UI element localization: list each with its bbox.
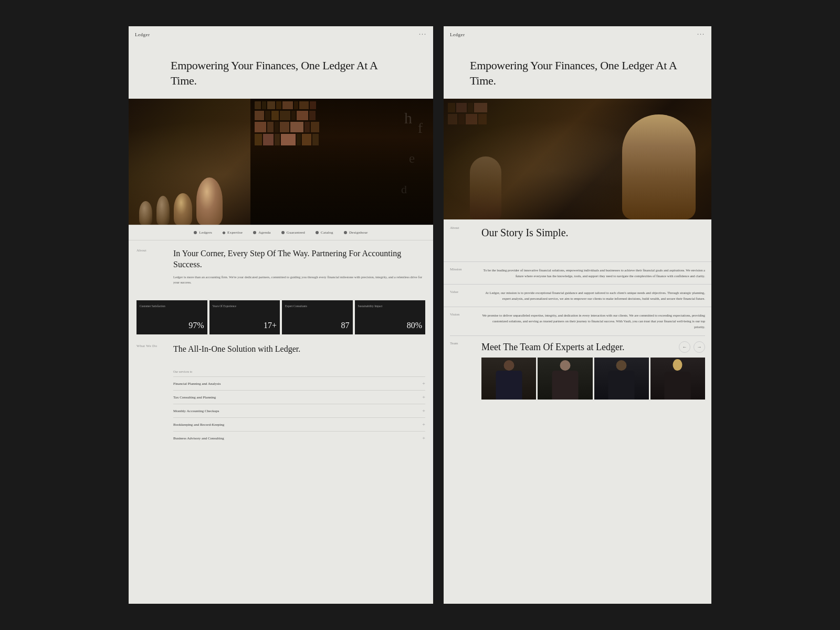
book-spine: [458, 114, 465, 124]
team-member-photo-2: [594, 358, 649, 400]
nav-ledgers-icon: [194, 231, 197, 234]
stat-consultants-label: Expert Consultants: [285, 304, 350, 308]
service-expand-0[interactable]: +: [422, 381, 425, 386]
nav-item-agenda[interactable]: Agenda: [253, 230, 271, 235]
value-text: At Ledger, our mission is to provide exc…: [481, 290, 705, 301]
book-spine: [280, 111, 290, 120]
book-spine: [255, 101, 261, 109]
left-menu-dots[interactable]: ···: [419, 30, 427, 38]
right-hero-title: Empowering Your Finances, One Ledger At …: [470, 58, 685, 88]
bust-small-2: [156, 196, 170, 225]
book-spine: [478, 114, 487, 124]
stat-card-experience: Years Of Experience 17+: [209, 300, 280, 334]
stats-grid: Customer Satisfaction 97% Years Of Exper…: [136, 300, 425, 334]
left-hero-text-area: Empowering Your Finances, One Ledger At …: [129, 43, 433, 99]
nav-item-expertise[interactable]: Expertise: [223, 230, 243, 235]
what-we-do-content: The All-In-One Solution with Ledger. Our…: [173, 344, 425, 445]
service-item-3[interactable]: Bookkeeping and Record-Keeping +: [173, 417, 425, 431]
book-row: [448, 114, 602, 124]
team-title: Meet The Team Of Experts at Ledger.: [481, 341, 624, 353]
nav-item-catalog[interactable]: Catalog: [316, 230, 333, 235]
vision-section: Vision We promise to deliver unparallele…: [444, 307, 711, 335]
book-spine: [275, 134, 280, 145]
service-expand-3[interactable]: +: [422, 422, 425, 427]
book-spine: [294, 101, 298, 109]
service-item-2[interactable]: Monthly Accounting Checkups +: [173, 404, 425, 417]
stat-consultants-value: 87: [285, 321, 350, 330]
service-expand-4[interactable]: +: [422, 435, 425, 441]
stat-card-consultants: Expert Consultants 87: [282, 300, 353, 334]
left-hero-image: h f e d: [129, 99, 433, 225]
book-spine: [255, 111, 264, 120]
what-we-do-title: The All-In-One Solution with Ledger.: [173, 344, 425, 355]
person-figure-3: [663, 360, 692, 400]
bust-large-1: [196, 177, 223, 225]
person-figure-1: [551, 360, 580, 400]
service-expand-1[interactable]: +: [422, 394, 425, 400]
left-panel-header: Ledger ···: [129, 26, 433, 43]
bust-medium-1: [174, 193, 192, 225]
book-spine: [265, 111, 270, 120]
nav-item-ledgers[interactable]: Ledgers: [194, 230, 212, 235]
book-spine: [276, 101, 281, 109]
bust-small-1: [139, 201, 152, 225]
right-panel-header: Ledger ···: [444, 26, 711, 43]
service-item-1[interactable]: Tax Consulting and Planning +: [173, 390, 425, 404]
book-row: [255, 101, 429, 109]
team-prev-button[interactable]: ←: [679, 341, 690, 353]
service-expand-2[interactable]: +: [422, 408, 425, 414]
right-hero-image: [444, 99, 711, 219]
nav-catalog-icon: [316, 231, 319, 234]
our-story-title: Our Story Is Simple.: [481, 226, 569, 239]
person-body-1: [552, 371, 578, 400]
team-member-photo-0: [481, 358, 536, 400]
book-spine: [290, 122, 303, 132]
book-spine: [275, 122, 279, 132]
book-spine: [255, 122, 266, 132]
left-hero-title: Empowering Your Finances, One Ledger At …: [171, 58, 391, 88]
book-spine: [267, 122, 274, 132]
person-body-2: [608, 371, 635, 400]
right-statue: [622, 114, 696, 219]
book-row: [255, 122, 429, 132]
right-books: [444, 99, 606, 219]
book-spine: [297, 134, 301, 145]
team-content: Meet The Team Of Experts at Ledger. ← →: [481, 341, 705, 400]
book-spine: [466, 114, 477, 124]
service-item-0[interactable]: Financial Planning and Analysis +: [173, 376, 425, 390]
person-head-0: [503, 360, 514, 371]
right-menu-dots[interactable]: ···: [697, 30, 705, 38]
book-spine: [304, 122, 310, 132]
team-header: Meet The Team Of Experts at Ledger. ← →: [481, 341, 705, 358]
about-description: Ledger is more than an accounting firm. …: [173, 275, 425, 286]
team-section: Team Meet The Team Of Experts at Ledger.…: [444, 336, 711, 405]
left-logo: Ledger: [135, 32, 150, 37]
book-spine: [468, 103, 473, 112]
book-spine: [299, 101, 309, 109]
book-spine: [267, 101, 275, 109]
right-logo: Ledger: [450, 32, 465, 37]
person-head-2: [616, 360, 627, 371]
vision-text: We promise to deliver unparalleled exper…: [481, 312, 705, 330]
book-spine: [262, 101, 266, 109]
left-panel: Ledger ··· Empowering Your Finances, One…: [129, 26, 433, 604]
service-item-4[interactable]: Business Advisory and Consulting +: [173, 431, 425, 445]
team-photos-grid: [481, 358, 705, 400]
person-body-0: [496, 371, 522, 400]
book-spine: [263, 134, 274, 145]
book-spine: [448, 114, 457, 124]
statue-shape: [622, 114, 696, 219]
nav-item-designhour[interactable]: Designhour: [344, 230, 368, 235]
person-figure-0: [495, 360, 523, 400]
book-letter: f: [418, 120, 423, 136]
stat-card-sustainability: Sustainability Impact 80%: [355, 300, 426, 334]
about-label: About: [136, 248, 163, 290]
bust-container: [139, 177, 223, 225]
nav-item-guaranteed[interactable]: Guaranteed: [281, 230, 305, 235]
mission-section: Mission To be the leading provider of in…: [444, 261, 711, 284]
team-member-photo-1: [538, 358, 592, 400]
what-we-do-section: What We Do The All-In-One Solution with …: [129, 339, 433, 450]
story-about-label: About: [450, 226, 474, 239]
nav-designhour-icon: [344, 231, 347, 234]
team-next-button[interactable]: →: [694, 341, 705, 353]
